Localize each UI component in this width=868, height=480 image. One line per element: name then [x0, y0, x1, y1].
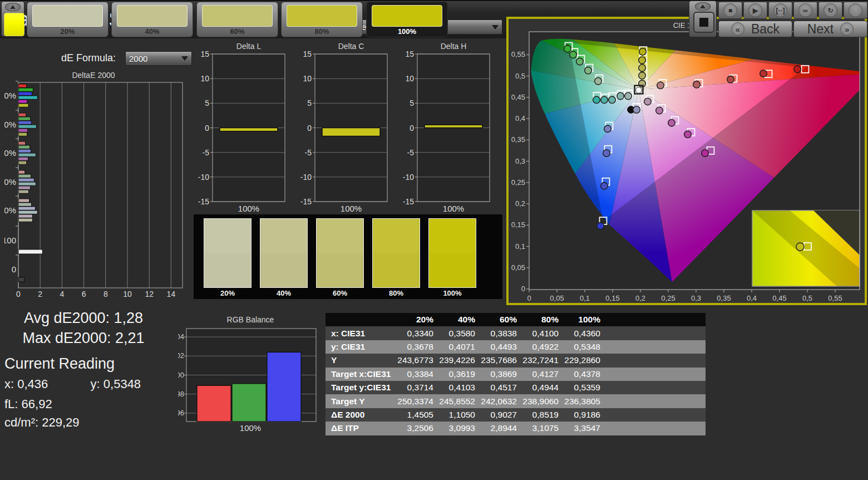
y-tick-label: -15	[403, 197, 414, 206]
delta-c-chart: Delta C151050-5-10-15100%	[294, 42, 390, 215]
sweep-button-80%[interactable]: 80%	[281, 2, 363, 37]
y-tick-label: 0,4	[515, 114, 525, 123]
group-label: 100	[4, 236, 16, 245]
table-cell: 0,4360	[563, 329, 605, 339]
cie-measured-marker	[570, 51, 577, 58]
cie-measured-marker	[668, 119, 675, 126]
table-cell: 3,0993	[438, 423, 480, 433]
de-bar	[18, 210, 37, 214]
table-cell: 243,6773	[396, 355, 438, 365]
column-header: 40%	[438, 315, 480, 325]
play-button[interactable]: ▶	[743, 2, 767, 19]
chart-title: RGB Balance	[227, 315, 274, 324]
up-arrow-icon[interactable]	[695, 2, 711, 11]
sweep-swatch	[117, 5, 188, 27]
table-cell: 0,3619	[438, 369, 480, 379]
de-bar	[18, 141, 26, 145]
de-bar	[18, 157, 28, 160]
table-cell: 3,2506	[396, 423, 438, 433]
y-tick-label: 100	[178, 371, 184, 379]
cie-measured-marker	[625, 92, 632, 100]
de-bar	[18, 214, 32, 218]
table-cell: 245,8552	[438, 396, 480, 406]
table-cell: 236,3805	[563, 396, 605, 406]
x-category-label: 100%	[240, 423, 261, 433]
active-color-swatch	[4, 13, 24, 36]
stop-pattern-button[interactable]	[693, 12, 714, 33]
column-header: 80%	[521, 315, 563, 325]
actual-swatch	[429, 219, 476, 253]
rgb-bar	[267, 352, 301, 422]
x-tick-label: 0,05	[550, 294, 564, 302]
table-cell: 229,2860	[563, 355, 605, 365]
up-arrow-icon[interactable]	[5, 3, 21, 11]
y-tick-label: 5	[307, 99, 312, 107]
group-label: 40%	[4, 177, 16, 187]
sweep-button-60%[interactable]: 60%	[196, 2, 278, 37]
cie-measured-marker	[603, 150, 610, 157]
sweep-button-20%[interactable]: 20%	[27, 2, 108, 37]
de-bar	[18, 96, 37, 99]
y-tick-label: 0	[307, 124, 312, 133]
row-label: y: CIE31	[326, 342, 396, 352]
group-label: 80%	[4, 120, 16, 129]
x-category-label: 100%	[238, 204, 259, 213]
cie-measured-marker	[609, 96, 616, 104]
cie-measured-marker	[639, 80, 646, 87]
cie-measured-marker	[639, 48, 647, 56]
de-bar	[18, 190, 29, 193]
group-label: 20%	[4, 205, 16, 215]
pattern-window-button[interactable]	[689, 1, 717, 37]
y-tick-label: 0,55	[511, 50, 525, 58]
table-cell: 0,8519	[521, 410, 563, 420]
table-row: ΔE 20001,45051,10500,90270,85190,9186	[326, 408, 706, 422]
x-category-label: 100%	[341, 204, 362, 213]
cie-measured-marker	[702, 150, 709, 157]
stop-icon: ■	[723, 3, 737, 17]
x-tick-label: 0,55	[828, 294, 842, 302]
de-bar	[18, 104, 28, 107]
table-cell: 3,3547	[563, 423, 605, 433]
y-tick-label: 15	[405, 50, 414, 58]
cie-measured-marker	[633, 106, 640, 114]
cie-diagram-panel: 00,050,10,150,20,250,30,350,40,450,50,55…	[506, 17, 867, 305]
back-button[interactable]: « Back	[718, 21, 792, 37]
next-button[interactable]: Next »	[793, 21, 867, 37]
de-formula-dropdown[interactable]: 2000	[125, 51, 192, 66]
stop-button[interactable]: ■	[718, 2, 742, 19]
current-reading-xy: x: 0,436 y: 0,5348	[4, 377, 141, 391]
y-tick-label: 0,25	[511, 178, 525, 187]
actual-target-swatch	[260, 218, 308, 288]
table-cell: 0,3838	[480, 329, 521, 339]
range-button[interactable]: [··]	[768, 2, 792, 19]
table-cell: 2,8944	[480, 423, 521, 433]
refresh-button[interactable]: ↻	[818, 2, 842, 19]
sweep-button-label: 40%	[112, 27, 193, 36]
y-tick-label: 0,2	[515, 199, 525, 208]
rgb-bar	[232, 384, 266, 422]
measurement-table: 20%40%60%80%100%x: CIE310,33400,35800,38…	[326, 313, 706, 435]
table-cell: 0,4944	[521, 383, 563, 393]
de-bar	[18, 100, 27, 103]
sweep-button-40%[interactable]: 40%	[111, 2, 193, 37]
x-tick-label: 0,15	[605, 294, 619, 302]
de-bar	[18, 218, 32, 222]
x-tick-label: 0	[527, 294, 531, 302]
cie-1976-chart: 00,050,10,150,20,250,30,350,40,450,50,55…	[509, 19, 865, 303]
x-tick-label: 0,1	[580, 294, 590, 302]
blank-button[interactable]	[844, 2, 867, 19]
cie-measured-marker	[595, 77, 602, 85]
table-row: Target Y250,3374245,8552242,0632238,9060…	[326, 394, 706, 408]
x-tick-label: 0,3	[691, 294, 701, 302]
custom-color-slot[interactable]	[1, 1, 24, 37]
infinity-button[interactable]: ∞	[793, 2, 817, 19]
actual-swatch	[260, 219, 307, 253]
current-reading-fl: fL: 66,92	[4, 397, 52, 412]
sweep-button-label: 100%	[367, 27, 447, 36]
actual-target-swatch	[204, 218, 251, 288]
swatch-label: 60%	[316, 289, 364, 297]
row-label: x: CIE31	[326, 329, 396, 339]
swatch-column: 60%	[316, 218, 364, 297]
de-formula-label: dE Formula:	[61, 52, 116, 64]
sweep-button-100%[interactable]: 100%	[366, 2, 448, 37]
